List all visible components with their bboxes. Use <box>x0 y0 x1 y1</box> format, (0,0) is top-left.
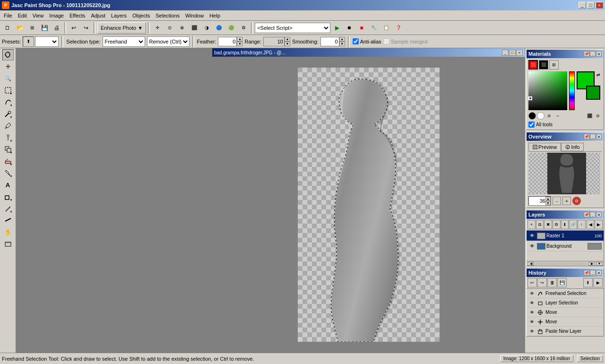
zoom-in-button[interactable]: + <box>562 197 571 205</box>
title-buttons[interactable]: _ □ × <box>579 2 603 9</box>
info-tab[interactable]: i Info <box>561 143 584 151</box>
script-btn2[interactable]: 📋 <box>380 22 392 34</box>
selection-tool[interactable]: ▼ <box>2 85 14 96</box>
menu-layers[interactable]: Layers <box>108 12 130 19</box>
layers-scrollbar[interactable]: ◀ ▶ ▼ <box>527 261 604 266</box>
history-expand-button[interactable]: ⬆ <box>583 278 593 287</box>
smoothing-down[interactable]: ▼ <box>339 42 345 46</box>
presets-select[interactable] <box>35 36 59 47</box>
history-panel-buttons[interactable]: 📌 _ × <box>584 270 602 276</box>
history-clear-button[interactable]: 🗑 <box>547 278 557 287</box>
image-window-buttons[interactable]: _ □ × <box>502 50 523 56</box>
overview-panel-buttons[interactable]: 📌 _ × <box>584 134 602 139</box>
history-save-button[interactable]: 💾 <box>557 278 567 287</box>
materials-pin-button[interactable]: 📌 <box>584 51 589 57</box>
history-row-4[interactable]: 👁 Paste New Layer <box>527 327 604 336</box>
tool1-button[interactable]: ✛ <box>152 22 163 34</box>
zoom-input[interactable] <box>529 197 545 205</box>
feather-spinner[interactable]: ▲ ▼ <box>237 37 242 46</box>
history-vis-2[interactable]: 👁 <box>528 309 535 316</box>
layer-visibility-raster1[interactable]: 👁 <box>528 232 536 240</box>
history-redo-button[interactable]: ↪ <box>537 278 547 287</box>
layers-close-button[interactable]: × <box>596 212 602 217</box>
smoothing-up[interactable]: ▲ <box>339 37 345 42</box>
selection-type-select[interactable]: Freehand <box>103 36 145 47</box>
enhance-photo-button[interactable]: Enhance Photo ▼ <box>97 22 146 34</box>
range-spinner[interactable]: ▲ ▼ <box>285 37 290 46</box>
tool4-button[interactable]: ⬛ <box>189 22 200 34</box>
menu-window[interactable]: Window <box>182 12 207 19</box>
hue-slider[interactable] <box>569 71 575 110</box>
materials-close-button[interactable]: × <box>596 51 602 57</box>
magic-wand-tool[interactable]: ▼ <box>2 108 14 120</box>
all-tools-checkbox[interactable] <box>528 121 535 128</box>
new-file-button[interactable]: 🗋 <box>2 22 13 34</box>
clone-tool[interactable]: ▼ <box>2 144 14 155</box>
history-close-button[interactable]: × <box>596 270 602 276</box>
layer-scroll-left-bar[interactable]: ◀ <box>527 262 534 266</box>
range-down[interactable]: ▼ <box>285 42 290 46</box>
script-btn3[interactable]: ❓ <box>393 22 404 34</box>
history-vis-1[interactable]: 👁 <box>528 300 535 306</box>
range-up[interactable]: ▲ <box>285 37 290 42</box>
pen-tool[interactable]: ▼ <box>2 203 14 214</box>
pattern-tab[interactable]: ⊞ <box>549 60 559 69</box>
view-tool[interactable] <box>2 238 14 250</box>
layer-scroll-right-bar[interactable]: ▶ <box>588 262 595 266</box>
zoom-spinner[interactable]: ▲ ▼ <box>545 197 551 205</box>
zoom-down-button[interactable]: ▼ <box>545 201 551 205</box>
color-selector2[interactable]: ⊘ <box>594 112 602 120</box>
tool2-button[interactable]: ⊙ <box>164 22 175 34</box>
menu-image[interactable]: Image <box>46 12 67 19</box>
layers-minimize-button[interactable]: _ <box>590 212 596 217</box>
history-vis-4[interactable]: 👁 <box>528 328 535 335</box>
sample-merged-checkbox-label[interactable]: Sample merged <box>383 38 428 44</box>
gradient-swatch[interactable]: ↔ <box>554 112 562 120</box>
feather-up[interactable]: ▲ <box>237 37 242 42</box>
layer-up-button[interactable]: ↑ <box>578 220 586 229</box>
mode-select[interactable]: Remove (Ctrl) <box>147 36 190 47</box>
history-minimize-button[interactable]: _ <box>590 270 596 276</box>
open-file-button[interactable]: 📂 <box>14 22 26 34</box>
background-color[interactable] <box>586 86 600 100</box>
anti-alias-checkbox[interactable] <box>353 38 359 44</box>
browse-button[interactable]: ⊞ <box>26 22 38 34</box>
range-input[interactable] <box>263 37 285 46</box>
redo-button[interactable]: ↪ <box>80 22 92 34</box>
undo-button[interactable]: ↩ <box>68 22 79 34</box>
smoothing-spinner[interactable]: ▲ ▼ <box>339 37 345 46</box>
anti-alias-checkbox-label[interactable]: Anti-alias <box>353 38 381 44</box>
zoom-reset-button[interactable]: ⊘ <box>572 197 581 205</box>
canvas-container[interactable] <box>212 57 525 353</box>
delete-layer-button[interactable]: ✖ <box>544 220 552 229</box>
layer-row-raster1[interactable]: 👁 Raster 1 100 <box>527 231 604 241</box>
layers-pin-button[interactable]: 📌 <box>584 212 589 217</box>
fill-tool[interactable]: ▼ <box>2 167 14 179</box>
zoom-out-button[interactable]: - <box>553 197 561 205</box>
tool8-button[interactable]: ⚙ <box>238 22 249 34</box>
history-pin-button[interactable]: 📌 <box>584 270 589 276</box>
eraser-tool[interactable]: ▼ <box>2 156 14 167</box>
script-stop-button[interactable]: ■ <box>356 22 367 34</box>
freehand-tool[interactable]: ▼ <box>2 96 14 108</box>
layers-panel-buttons[interactable]: 📌 _ × <box>584 212 602 217</box>
overview-minimize-button[interactable]: _ <box>590 134 596 139</box>
layer-row-background[interactable]: 👁 Background <box>527 241 604 251</box>
save-button[interactable]: 💾 <box>39 22 50 34</box>
merge-layers-button[interactable]: ⬇ <box>561 220 569 229</box>
script-rec-button[interactable]: ⏺ <box>344 22 355 34</box>
foreground-tab[interactable]: 🟥 <box>528 60 538 69</box>
overview-close-button[interactable]: × <box>596 134 602 139</box>
white-swatch[interactable] <box>537 112 544 120</box>
text-tool[interactable]: A <box>2 179 14 191</box>
new-layer-button[interactable]: + <box>527 220 536 229</box>
menu-help[interactable]: Help <box>207 12 223 19</box>
script-btn1[interactable]: 🔧 <box>368 22 380 34</box>
color-selector1[interactable]: ⬛ <box>586 112 593 120</box>
history-vis-3[interactable]: 👁 <box>528 319 535 325</box>
feather-input[interactable] <box>218 37 237 46</box>
freehand-selection-tool[interactable] <box>2 49 14 61</box>
history-scroll-right[interactable]: ▶ <box>593 278 603 287</box>
image-maximize-button[interactable]: □ <box>509 50 516 56</box>
paint-brush-tool[interactable]: ▼ <box>2 132 14 143</box>
